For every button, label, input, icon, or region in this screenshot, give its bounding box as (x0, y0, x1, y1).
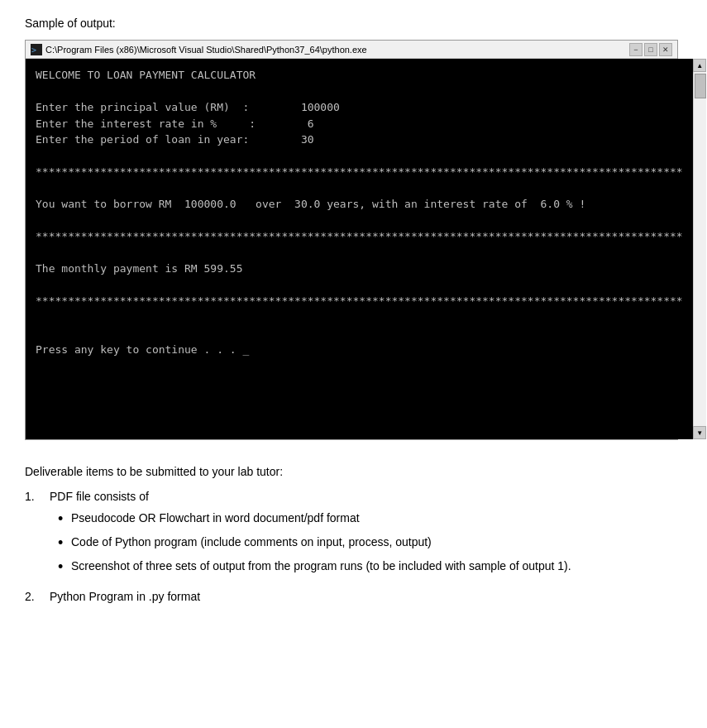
bullet-dot-3: • (58, 559, 71, 574)
item-2-title: Python Program in .py format (50, 590, 682, 603)
item-1-number: 1. (25, 490, 50, 503)
titlebar-title: C:\Program Files (x86)\Microsoft Visual … (45, 45, 367, 55)
deliverable-item-2: 2. Python Program in .py format (25, 590, 682, 610)
bullet-dot-2: • (58, 535, 71, 550)
bullet-text-2: Code of Python program (include comments… (71, 534, 682, 551)
terminal-titlebar: > C:\Program Files (x86)\Microsoft Visua… (26, 41, 677, 59)
scroll-up-button[interactable]: ▲ (693, 59, 706, 72)
bullet-item-2: • Code of Python program (include commen… (58, 534, 682, 551)
terminal-output: WELCOME TO LOAN PAYMENT CALCULATOR Enter… (26, 59, 693, 439)
titlebar-controls: − □ ✕ (629, 43, 672, 56)
terminal-content: WELCOME TO LOAN PAYMENT CALCULATOR Enter… (26, 59, 693, 439)
item-1-bullets: • Pseudocode OR Flowchart in word docume… (58, 510, 682, 575)
minimize-button[interactable]: − (629, 43, 643, 56)
terminal-body-wrapper: WELCOME TO LOAN PAYMENT CALCULATOR Enter… (26, 59, 677, 439)
terminal-window: > C:\Program Files (x86)\Microsoft Visua… (25, 40, 678, 440)
terminal-app-icon: > (31, 44, 42, 55)
item-1-title: PDF file consists of (50, 490, 682, 503)
close-button[interactable]: ✕ (659, 43, 672, 56)
terminal-scrollbar[interactable]: ▲ ▼ (693, 59, 706, 439)
item-2-number: 2. (25, 590, 50, 603)
terminal-text: WELCOME TO LOAN PAYMENT CALCULATOR Enter… (36, 67, 683, 357)
deliverables-title: Deliverable items to be submitted to you… (25, 465, 682, 478)
maximize-button[interactable]: □ (644, 43, 657, 56)
bullet-dot-1: • (58, 511, 71, 526)
item-1-content: PDF file consists of • Pseudocode OR Flo… (50, 490, 682, 582)
item-2-content: Python Program in .py format (50, 590, 682, 610)
deliverable-item-1: 1. PDF file consists of • Pseudocode OR … (25, 490, 682, 582)
titlebar-left: > C:\Program Files (x86)\Microsoft Visua… (31, 44, 367, 55)
bullet-item-3: • Screenshot of three sets of output fro… (58, 558, 682, 575)
bullet-item-1: • Pseudocode OR Flowchart in word docume… (58, 510, 682, 527)
bullet-text-3: Screenshot of three sets of output from … (71, 558, 682, 575)
bullet-text-1: Pseudocode OR Flowchart in word document… (71, 510, 682, 527)
svg-text:>: > (31, 46, 36, 55)
scroll-down-button[interactable]: ▼ (693, 426, 706, 439)
scroll-thumb[interactable] (695, 74, 706, 98)
scroll-track (694, 72, 706, 426)
deliverables-section: Deliverable items to be submitted to you… (25, 465, 682, 610)
sample-label: Sample of output: (25, 17, 682, 30)
